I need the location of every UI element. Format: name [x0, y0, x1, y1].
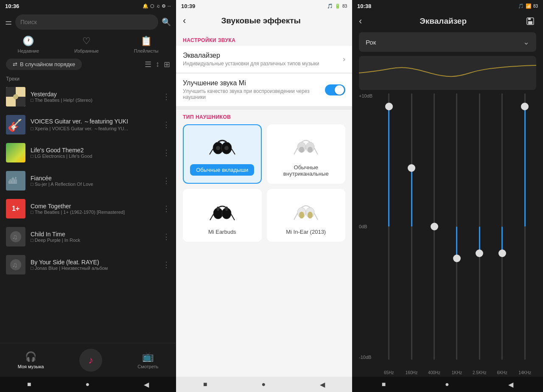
recents-btn-1[interactable]: ◀ — [144, 381, 149, 389]
svg-point-22 — [299, 147, 304, 153]
home-btn-2[interactable]: ■ — [203, 381, 207, 388]
back-btn-3[interactable]: ● — [445, 381, 449, 388]
freq-label-14khz: 14KHz — [514, 370, 536, 375]
headphone-option-regular-earbuds[interactable]: Обычные вкладыши — [183, 124, 262, 184]
sys-nav-bar-2: ■ ● ◀ — [176, 377, 352, 392]
bottom-nav: 🎧 Моя музыка ♪ 📺 Смотреть — [0, 343, 176, 377]
back-button-2[interactable]: ‹ — [183, 15, 186, 26]
svg-rect-41 — [359, 56, 536, 90]
status-icons-2: 🎵 🔋 83 — [327, 3, 347, 9]
shuffle-label: В случайном порядке — [20, 61, 75, 67]
track-more-icon[interactable]: ⋮ — [162, 176, 170, 185]
recents-btn-2[interactable]: ◀ — [320, 381, 325, 389]
track-item[interactable]: Life's Good Theme2 □ LG Electronics | Li… — [0, 139, 176, 167]
slider-thumb-6khz[interactable] — [498, 249, 506, 257]
track-subtitle: □ The Beatles | 1+ (1962-1970) [Remaster… — [31, 210, 157, 215]
tab-playlists[interactable]: 📋 Плейлисты — [134, 36, 159, 53]
track-title: Yesterday — [31, 91, 157, 98]
grid-icon[interactable]: ⊞ — [164, 60, 170, 69]
tab-favorites[interactable]: ♡ Избранные — [74, 36, 99, 53]
home-btn-1[interactable]: ■ — [27, 381, 31, 388]
track-item[interactable]: 1+ Come Together □ The Beatles | 1+ (196… — [0, 195, 176, 223]
shuffle-button[interactable]: ⇄ В случайном порядке — [6, 59, 82, 70]
eq-slider-2500hz — [468, 93, 491, 360]
track-info: Child In Time □ Deep Purple | In Rock — [31, 231, 157, 243]
track-item[interactable]: ♫ By Your Side (feat. RAYE) □ Jonas Blue… — [0, 251, 176, 279]
watch-icon: 📺 — [142, 351, 154, 362]
slider-thumb-160hz[interactable] — [408, 164, 415, 172]
track-item[interactable]: 🏙 Fiancée □ Su-jer | A Reflection Of Lov… — [0, 167, 176, 195]
track-more-icon[interactable]: ⋮ — [162, 260, 170, 269]
list-icon[interactable]: ☰ — [145, 60, 151, 69]
track-more-icon[interactable]: ⋮ — [162, 120, 170, 129]
freq-label-400hz: 400Hz — [423, 370, 445, 375]
slider-thumb-400hz[interactable] — [431, 223, 438, 230]
svg-line-25 — [314, 148, 318, 154]
track-thumbnail: 🏙 — [6, 171, 25, 190]
play-button[interactable]: ♪ — [79, 349, 102, 372]
filter-icon[interactable]: ⚌ — [5, 17, 12, 27]
track-item[interactable]: 🎸 VOICES Guitar ver. ～featuring YUKI □ X… — [0, 111, 176, 139]
status-time-2: 10:39 — [181, 3, 195, 9]
slider-track — [501, 93, 503, 360]
home-btn-3[interactable]: ■ — [382, 381, 386, 388]
track-more-icon[interactable]: ⋮ — [162, 204, 170, 213]
in-ear-image — [291, 131, 321, 161]
track-subtitle: □ Xperia | VOICES Guitar ver. ～featuring… — [31, 126, 157, 132]
back-btn-1[interactable]: ● — [85, 381, 90, 388]
freq-label-160hz: 160Hz — [400, 370, 423, 375]
recents-btn-3[interactable]: ◀ — [508, 381, 513, 389]
svg-point-17 — [224, 146, 229, 150]
track-item[interactable]: ♫ Child In Time □ Deep Purple | In Rock … — [0, 223, 176, 251]
nav-my-music[interactable]: 🎧 Моя музыка — [18, 351, 44, 369]
track-more-icon[interactable]: ⋮ — [162, 148, 170, 157]
svg-line-31 — [231, 214, 235, 220]
headphone-option-mi-earbuds[interactable]: Mi Earbuds — [183, 189, 262, 242]
mi-sound-settings-item[interactable]: Улучшение звука Mi Улучшить качество зву… — [176, 73, 352, 106]
search-input[interactable] — [15, 14, 158, 30]
track-more-icon[interactable]: ⋮ — [162, 232, 170, 241]
eq-desc: Индивидуальные установки для различных т… — [183, 61, 343, 67]
search-icon[interactable]: 🔍 — [162, 17, 171, 27]
slider-track — [524, 93, 526, 360]
slider-track — [456, 93, 457, 360]
back-button-3[interactable]: ‹ — [359, 16, 362, 27]
freq-label-65hz: 65Hz — [378, 370, 400, 375]
track-title: VOICES Guitar ver. ～featuring YUKI — [31, 118, 157, 126]
track-item[interactable]: Yesterday □ The Beatles | Help! (Stereo)… — [0, 83, 176, 111]
track-subtitle: □ The Beatles | Help! (Stereo) — [31, 98, 157, 103]
save-icon[interactable] — [524, 15, 536, 27]
earbuds-image — [207, 131, 237, 161]
panel2-header: ‹ Звуковые эффекты — [176, 12, 352, 31]
panel2-title: Звуковые эффекты — [191, 16, 331, 25]
track-subtitle: □ Deep Purple | In Rock — [31, 238, 157, 243]
track-more-icon[interactable]: ⋮ — [162, 92, 170, 101]
search-bar: ⚌ 🔍 — [0, 12, 176, 32]
preset-chevron-icon: ⌄ — [523, 37, 529, 47]
sound-effects-panel: 10:39 🎵 🔋 83 ‹ Звуковые эффекты НАСТРОЙК… — [176, 0, 352, 392]
status-icons-1: 🔔 ⬡ ♫ ⚙ ··· — [143, 3, 171, 9]
equalizer-settings-item[interactable]: Эквалайзер Индивидуальные установки для … — [176, 46, 352, 73]
preset-dropdown[interactable]: Рок ⌄ — [359, 32, 536, 52]
slider-thumb-14khz[interactable] — [521, 103, 529, 110]
track-list: Yesterday □ The Beatles | Help! (Stereo)… — [0, 83, 176, 343]
slider-thumb-1khz[interactable] — [453, 255, 461, 262]
slider-thumb-2500hz[interactable] — [476, 249, 483, 257]
panel2-content: НАСТРОЙКИ ЗВУКА Эквалайзер Индивидуальны… — [176, 31, 352, 377]
eq-slider-6khz — [491, 93, 513, 360]
svg-rect-29 — [225, 207, 228, 211]
tab-recent[interactable]: 🕐 Недавние — [18, 36, 39, 53]
nav-watch[interactable]: 📺 Смотреть — [137, 351, 158, 369]
svg-point-35 — [308, 212, 313, 218]
headphone-option-mi-in-ear-2013[interactable]: Mi In-Ear (2013) — [267, 189, 346, 242]
eq-slider-1khz — [445, 93, 468, 360]
mi-sound-toggle[interactable] — [325, 84, 345, 95]
slider-thumb-65hz[interactable] — [385, 103, 393, 110]
thick-divider — [176, 106, 352, 110]
headphone-option-in-ear[interactable]: Обычные внутриканальные — [267, 124, 346, 184]
track-info: Yesterday □ The Beatles | Help! (Stereo) — [31, 91, 157, 103]
sort-icon[interactable]: ↕ — [156, 60, 160, 69]
back-btn-2[interactable]: ● — [261, 381, 266, 388]
eq-sliders-area: +10dB 0dB -10dB 65Hz 160Hz 400Hz 1KHz 2.… — [355, 93, 540, 377]
mi-sound-title: Улучшение звука Mi — [183, 79, 325, 87]
